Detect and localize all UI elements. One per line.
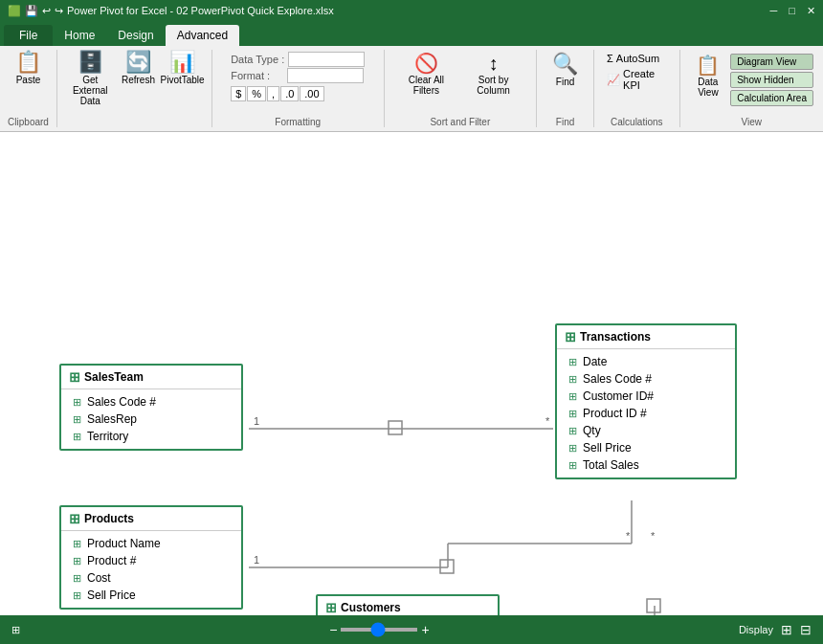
svg-rect-6 <box>440 560 454 573</box>
status-center: − + <box>329 622 429 637</box>
tab-design[interactable]: Design <box>106 25 165 46</box>
data-view-label: Data View <box>694 77 723 98</box>
svg-rect-14 <box>647 599 660 612</box>
customers-table[interactable]: ⊞ Customers ⊞ Customers ⊞ Customer ID# <box>316 594 500 615</box>
transactions-table-icon: ⊞ <box>565 329 576 344</box>
transactions-table[interactable]: ⊞ Transactions ⊞ Date ⊞ Sales Code # ⊞ C… <box>555 323 737 479</box>
ribbon-tabs: File Home Design Advanced <box>0 21 823 46</box>
ribbon-group-external: 🗄️ Get ExternalData 🔄 Refresh 📊 PivotTab… <box>57 50 212 127</box>
maximize-button[interactable]: □ <box>789 5 795 17</box>
ribbon-group-find: 🔍 Find Find <box>537 50 594 127</box>
find-label: Find <box>556 77 574 87</box>
close-button[interactable]: ✕ <box>807 5 815 17</box>
calc-buttons: Σ AutoSum 📈 Create KPI <box>600 50 674 94</box>
app-icon: 🟩 <box>8 5 21 17</box>
trans-field-customerid: ⊞ Customer ID# <box>557 388 735 405</box>
status-layout-icon[interactable]: ⊟ <box>800 622 812 637</box>
tab-file[interactable]: File <box>4 25 53 46</box>
refresh-icon: 🔄 <box>125 52 151 73</box>
refresh-button[interactable]: 🔄 Refresh <box>119 50 157 87</box>
percent-button[interactable]: % <box>247 86 266 101</box>
dec-decrease-button[interactable]: .00 <box>300 86 323 101</box>
display-label: Display <box>739 624 773 635</box>
quick-access-save[interactable]: 💾 <box>25 5 38 17</box>
comma-button[interactable]: , <box>267 86 279 101</box>
format-input[interactable] <box>287 68 364 83</box>
diagram-canvas: 1 * 1 * * 1 ⊞ SalesTeam ⊞ Sales Code # <box>0 132 823 615</box>
trans-productid: Product ID # <box>583 407 647 420</box>
svg-text:*: * <box>651 530 656 542</box>
dec-increase-button[interactable]: .0 <box>280 86 299 101</box>
refresh-label: Refresh <box>122 75 155 85</box>
ribbon-group-formatting: Data Type : Format : $ % , .0 .00 Format… <box>212 50 385 127</box>
show-hidden-button[interactable]: Show Hidden <box>730 72 813 88</box>
trans-field-sellprice: ⊞ Sell Price <box>557 439 735 456</box>
clear-filters-icon: 🚫 <box>414 54 438 73</box>
products-table[interactable]: ⊞ Products ⊞ Product Name ⊞ Product # ⊞ … <box>59 505 243 610</box>
status-left: ⊞ <box>11 624 20 636</box>
find-icon: 🔍 <box>552 54 578 75</box>
zoom-plus-button[interactable]: + <box>421 622 429 637</box>
pivottable-button[interactable]: 📊 PivotTable <box>159 50 205 87</box>
sort-filter-label: Sort and Filter <box>430 115 490 127</box>
clear-all-filters-button[interactable]: 🚫 Clear All Filters <box>394 52 458 98</box>
tab-advanced[interactable]: Advanced <box>166 25 239 46</box>
customers-table-icon: ⊞ <box>325 600 337 615</box>
customers-header: ⊞ Customers <box>318 596 498 615</box>
minimize-button[interactable]: ─ <box>770 5 778 17</box>
clipboard-buttons: 📋 Paste <box>10 50 48 115</box>
quick-access-redo[interactable]: ↪ <box>55 5 63 17</box>
transactions-body: ⊞ Date ⊞ Sales Code # ⊞ Customer ID# ⊞ P… <box>557 349 735 477</box>
data-type-input[interactable] <box>288 52 365 67</box>
title-bar: 🟩 💾 ↩ ↪ Power Pivot for Excel - 02 Power… <box>0 0 823 21</box>
products-field-sellprice: Sell Price <box>87 588 136 602</box>
field-icon-1: ⊞ <box>73 396 81 409</box>
status-right: Display ⊞ ⊟ <box>739 622 812 637</box>
salesteam-table-icon: ⊞ <box>69 369 80 385</box>
zoom-minus-button[interactable]: − <box>329 622 337 637</box>
zoom-slider[interactable] <box>341 628 417 632</box>
kpi-label: Create KPI <box>623 68 667 91</box>
quick-access-undo[interactable]: ↩ <box>42 5 51 17</box>
products-field-name: Product Name <box>87 537 161 550</box>
salesteam-body: ⊞ Sales Code # ⊞ SalesRep ⊞ Territory <box>61 389 241 449</box>
svg-rect-3 <box>389 421 402 434</box>
products-body: ⊞ Product Name ⊞ Product # ⊞ Cost ⊞ Sell… <box>61 531 241 608</box>
products-header: ⊞ Products <box>61 507 241 531</box>
paste-label: Paste <box>16 75 41 85</box>
view-label: View <box>742 115 763 127</box>
transactions-header: ⊞ Transactions <box>557 325 735 349</box>
products-title: Products <box>84 512 134 525</box>
svg-text:*: * <box>545 415 550 427</box>
salesteam-field-territory: Territory <box>87 430 128 443</box>
format-buttons: $ % , .0 .00 <box>231 86 365 101</box>
salesteam-table[interactable]: ⊞ SalesTeam ⊞ Sales Code # ⊞ SalesRep ⊞ … <box>59 364 243 451</box>
create-kpi-button[interactable]: 📈 Create KPI <box>604 67 670 92</box>
sort-by-column-button[interactable]: ↕️ Sort by Column <box>460 52 526 98</box>
svg-text:1: 1 <box>254 415 259 427</box>
status-grid-icon[interactable]: ⊞ <box>781 622 792 637</box>
get-external-data-button[interactable]: 🗄️ Get ExternalData <box>63 50 117 108</box>
transactions-title: Transactions <box>580 330 651 344</box>
data-view-icon: 📋 <box>696 54 720 77</box>
data-view-button[interactable]: 📋 Data View <box>690 52 727 100</box>
tab-home[interactable]: Home <box>53 25 106 46</box>
trans-field-qty: ⊞ Qty <box>557 422 735 439</box>
calculation-area-button[interactable]: Calculation Area <box>730 90 813 106</box>
field-icon-3: ⊞ <box>73 431 81 443</box>
diagram-view-button[interactable]: Diagram View <box>730 54 813 70</box>
find-button[interactable]: 🔍 Find <box>546 52 585 89</box>
sort-label: Sort by Column <box>464 75 523 96</box>
products-table-icon: ⊞ <box>69 511 80 526</box>
currency-button[interactable]: $ <box>231 86 246 101</box>
calculations-label: Calculations <box>611 115 662 127</box>
ribbon: 📋 Paste Clipboard 🗄️ Get ExternalData 🔄 … <box>0 46 823 132</box>
title-text: Power Pivot for Excel - 02 PowerPivot Qu… <box>67 5 334 16</box>
svg-text:1: 1 <box>254 554 259 566</box>
trans-date: Date <box>583 355 607 368</box>
products-field-2: ⊞ Product # <box>61 552 241 569</box>
autosum-button[interactable]: Σ AutoSum <box>604 52 670 65</box>
sort-filter-buttons: 🚫 Clear All Filters ↕️ Sort by Column <box>390 50 530 100</box>
ribbon-group-sort-filter: 🚫 Clear All Filters ↕️ Sort by Column So… <box>385 50 537 127</box>
paste-button[interactable]: 📋 Paste <box>10 50 48 87</box>
